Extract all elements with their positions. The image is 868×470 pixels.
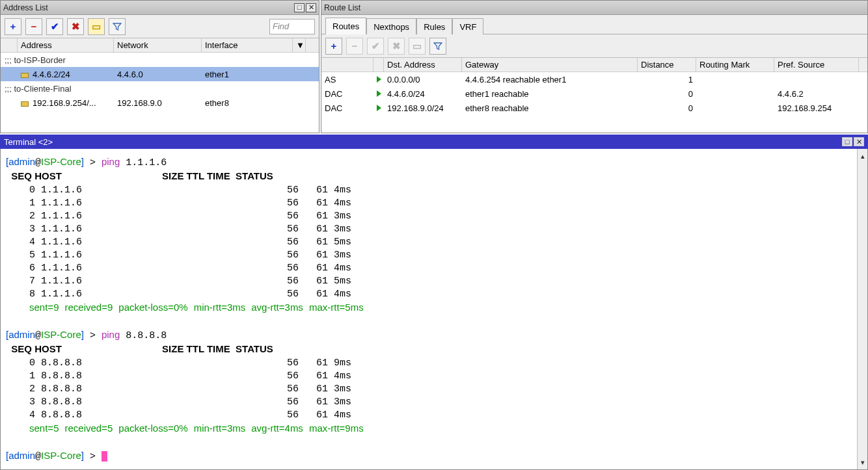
- tab-routes[interactable]: Routes: [325, 18, 366, 34]
- col-gateway[interactable]: Gateway: [462, 58, 638, 72]
- tab-nexthops[interactable]: Nexthops: [366, 18, 416, 34]
- add-button[interactable]: +: [5, 18, 21, 35]
- active-route-icon: [377, 76, 381, 83]
- address-list-titlebar[interactable]: Address List □ ✕: [1, 1, 319, 15]
- close-icon[interactable]: ✕: [306, 3, 316, 12]
- filter-button[interactable]: [109, 18, 126, 35]
- route-row[interactable]: AS0.0.0.0/04.4.6.254 reachable ether11: [321, 72, 867, 86]
- active-route-icon: [377, 105, 381, 111]
- terminal-window: Terminal <2> □ ✕ [admin@ISP-Core] > ping…: [0, 135, 868, 470]
- route-list-titlebar[interactable]: Route List: [321, 1, 867, 15]
- ip-icon: [21, 73, 29, 78]
- route-grid: Dst. Address Gateway Distance Routing Ma…: [321, 58, 867, 133]
- maximize-icon[interactable]: □: [294, 3, 305, 12]
- disable-route-button[interactable]: ✖: [388, 38, 405, 55]
- ip-icon: [21, 101, 29, 107]
- scroll-down-icon[interactable]: ▾: [861, 455, 865, 469]
- comment-button[interactable]: ▭: [88, 18, 105, 35]
- tab-vrf[interactable]: VRF: [452, 18, 483, 34]
- terminal-title: Terminal <2>: [4, 137, 53, 147]
- col-interface[interactable]: Interface: [202, 38, 293, 52]
- tab-rules[interactable]: Rules: [416, 18, 452, 34]
- address-row[interactable]: 4.4.6.2/244.4.6.0ether1: [1, 67, 319, 81]
- enable-button[interactable]: ✔: [46, 18, 63, 35]
- route-row[interactable]: DAC192.168.9.0/24ether8 reachable0192.16…: [321, 101, 867, 115]
- col-dst[interactable]: Dst. Address: [384, 58, 462, 72]
- col-pref-source[interactable]: Pref. Source: [774, 58, 859, 72]
- active-route-icon: [377, 90, 381, 97]
- filter-route-button[interactable]: [429, 38, 446, 55]
- find-input[interactable]: Find: [269, 19, 315, 34]
- terminal-titlebar[interactable]: Terminal <2> □ ✕: [0, 135, 868, 149]
- route-list-window: Route List RoutesNexthopsRulesVRF + − ✔ …: [321, 0, 868, 133]
- maximize-icon[interactable]: □: [842, 137, 852, 146]
- remove-button[interactable]: −: [25, 18, 42, 35]
- address-group-label[interactable]: ;;; to-Cliente-Final: [1, 81, 319, 96]
- scroll-up-icon[interactable]: ▴: [861, 149, 865, 163]
- terminal-scrollbar[interactable]: ▴ ▾: [857, 149, 867, 469]
- terminal-output[interactable]: [admin@ISP-Core] > ping 1.1.1.6 SEQ HOST…: [0, 149, 868, 470]
- address-list-window: Address List □ ✕ + − ✔ ✖ ▭ Find Address …: [0, 0, 319, 133]
- route-row[interactable]: DAC4.4.6.0/24ether1 reachable04.4.6.2: [321, 86, 867, 101]
- route-toolbar: + − ✔ ✖ ▭: [321, 34, 867, 58]
- terminal-cursor: [102, 451, 107, 462]
- col-network[interactable]: Network: [114, 38, 202, 52]
- comment-route-button[interactable]: ▭: [409, 38, 426, 55]
- close-icon[interactable]: ✕: [854, 137, 864, 146]
- route-tabs: RoutesNexthopsRulesVRF: [321, 15, 867, 34]
- col-routing-mark[interactable]: Routing Mark: [696, 58, 774, 72]
- remove-route-button[interactable]: −: [346, 38, 363, 55]
- add-route-button[interactable]: +: [325, 38, 342, 55]
- disable-button[interactable]: ✖: [67, 18, 84, 35]
- col-address[interactable]: Address: [18, 38, 114, 52]
- address-grid: Address Network Interface ▼ ;;; to-ISP-B…: [1, 38, 319, 133]
- col-distance[interactable]: Distance: [638, 58, 696, 72]
- address-group-label[interactable]: ;;; to-ISP-Border: [1, 53, 319, 67]
- address-list-title: Address List: [3, 3, 48, 12]
- address-toolbar: + − ✔ ✖ ▭ Find: [1, 15, 319, 38]
- address-row[interactable]: 192.168.9.254/...192.168.9.0ether8: [1, 96, 319, 110]
- col-menu[interactable]: ▼: [293, 38, 306, 52]
- enable-route-button[interactable]: ✔: [367, 38, 384, 55]
- route-list-title: Route List: [324, 3, 360, 12]
